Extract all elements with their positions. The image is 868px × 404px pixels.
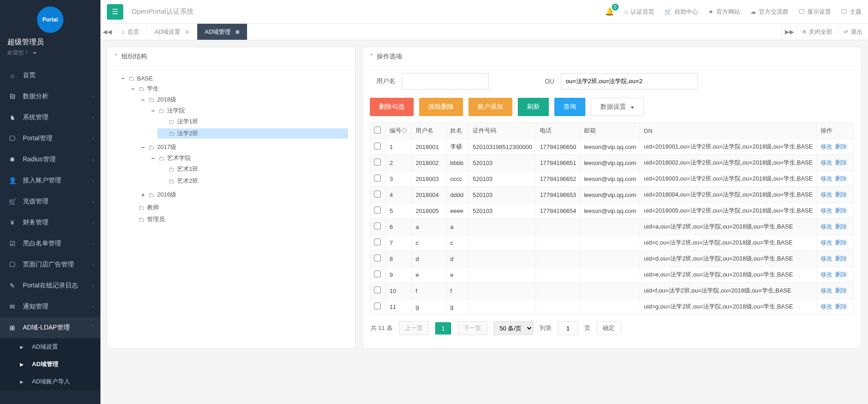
edit-link[interactable]: 修改: [821, 159, 832, 166]
tabs-scroll-left[interactable]: ◀◀: [100, 24, 114, 40]
top-link-1[interactable]: 🛒自助中心: [664, 8, 698, 16]
sidebar-item-12[interactable]: ⊞AD域-LDAP管理˅: [0, 317, 100, 338]
page-size-select[interactable]: 50 条/页: [494, 321, 533, 335]
add-account-button[interactable]: 账户添加: [468, 98, 512, 116]
edit-link[interactable]: 修改: [821, 223, 832, 230]
row-checkbox[interactable]: [374, 191, 381, 197]
top-link-3[interactable]: ☁官方交流群: [750, 8, 789, 16]
tree-node-admin[interactable]: 🗀管理员: [127, 214, 348, 224]
org-tree-header[interactable]: ˅组织结构: [107, 47, 355, 67]
tabs-scroll-right[interactable]: ▶▶: [782, 24, 796, 40]
welcome-dropdown[interactable]: 欢迎您！: [7, 49, 93, 57]
tree-node-law[interactable]: −🗀法学院: [147, 106, 348, 116]
goto-input[interactable]: [558, 321, 578, 335]
tree-node-law2[interactable]: 🗀法学2班: [158, 128, 348, 138]
pager-page[interactable]: 1: [435, 322, 451, 335]
username-input[interactable]: [402, 73, 489, 90]
sidebar-item-3[interactable]: 🖵Portal管理‹: [0, 128, 100, 149]
row-checkbox[interactable]: [374, 223, 381, 229]
ou-input[interactable]: [561, 73, 698, 90]
row-checkbox[interactable]: [374, 207, 381, 213]
sidebar-subitem-12-1[interactable]: ▸AD域管理: [0, 356, 100, 373]
tree-node-student[interactable]: −🗀学生: [127, 84, 348, 94]
delete-link[interactable]: 删除: [835, 159, 847, 166]
edit-link[interactable]: 修改: [821, 207, 832, 214]
row-checkbox[interactable]: [374, 175, 381, 181]
delete-link[interactable]: 删除: [835, 303, 847, 310]
top-link-0[interactable]: ⌂认证首页: [624, 8, 654, 16]
select-all-checkbox[interactable]: [374, 127, 381, 133]
tab-2[interactable]: AD域管理⊗: [197, 24, 247, 40]
tree-node-base[interactable]: −🗀BASE: [117, 74, 348, 83]
delete-link[interactable]: 删除: [835, 175, 847, 182]
goto-confirm[interactable]: 确定: [597, 321, 621, 335]
operations-header[interactable]: ˅操作选项: [363, 47, 861, 67]
row-checkbox[interactable]: [374, 271, 381, 277]
tab-1[interactable]: AD域设置⊗: [147, 24, 197, 40]
sidebar-subitem-12-0[interactable]: ▸AD域设置: [0, 338, 100, 356]
tree-node-2018[interactable]: −🗀2018级: [137, 95, 348, 105]
delete-link[interactable]: 删除: [835, 143, 847, 150]
row-checkbox[interactable]: [374, 303, 381, 309]
tree-node-2017[interactable]: −🗀2017级: [137, 142, 348, 152]
pager-prev[interactable]: 上一页: [399, 321, 429, 335]
edit-link[interactable]: 修改: [821, 175, 832, 182]
pager-next[interactable]: 下一页: [458, 321, 487, 335]
edit-link[interactable]: 修改: [821, 255, 832, 262]
row-checkbox[interactable]: [374, 239, 381, 245]
edit-link[interactable]: 修改: [821, 303, 832, 310]
close-icon[interactable]: ⊗: [185, 29, 189, 35]
delete-link[interactable]: 删除: [835, 255, 847, 262]
delete-link[interactable]: 删除: [835, 191, 847, 198]
top-link-2[interactable]: ★官方网站: [708, 8, 740, 16]
edit-link[interactable]: 修改: [821, 239, 832, 246]
sidebar-item-6[interactable]: 🛒充值管理‹: [0, 191, 100, 212]
delete-by-group-button[interactable]: 按组删除: [419, 98, 463, 116]
sidebar-subitem-12-2[interactable]: ▸AD域账户导入: [0, 373, 100, 390]
sidebar-item-11[interactable]: ✉通知管理‹: [0, 296, 100, 317]
sidebar-item-0[interactable]: ⌂首页: [0, 65, 100, 86]
operations-panel: ˅操作选项 用户名 OU 删除勾选 按组删除 账户添加 刷新 查询 数据设置: [362, 47, 862, 348]
query-button[interactable]: 查询: [554, 98, 585, 116]
sidebar-item-2[interactable]: ♞系统管理‹: [0, 107, 100, 128]
tab-0[interactable]: ⌂首页: [114, 24, 147, 40]
edit-link[interactable]: 修改: [821, 271, 832, 278]
delete-selected-button[interactable]: 删除勾选: [370, 98, 414, 116]
delete-link[interactable]: 删除: [835, 287, 847, 294]
logout-button[interactable]: ↵退出: [838, 24, 868, 40]
tree-node-art[interactable]: −🗀艺术学院: [147, 153, 348, 163]
row-checkbox[interactable]: [374, 143, 381, 149]
edit-link[interactable]: 修改: [821, 287, 832, 294]
delete-link[interactable]: 删除: [835, 239, 847, 246]
tree-node-art1[interactable]: 🗀艺术1班: [158, 164, 348, 174]
delete-link[interactable]: 删除: [835, 271, 847, 278]
tree-node-teacher[interactable]: 🗀教师: [127, 202, 348, 213]
edit-link[interactable]: 修改: [821, 143, 832, 150]
row-checkbox[interactable]: [374, 287, 381, 293]
top-link-4[interactable]: 🖵显示设置: [799, 8, 831, 16]
menu-toggle-button[interactable]: ☰: [107, 4, 123, 20]
refresh-button[interactable]: 刷新: [518, 98, 549, 116]
tree-node-2016[interactable]: +🗀2016级: [137, 190, 348, 200]
sidebar-item-9[interactable]: 🖵页面门店广告管理‹: [0, 254, 100, 275]
tree-node-law1[interactable]: 🗀法学1班: [158, 117, 348, 127]
col-index[interactable]: 编号◇: [386, 123, 412, 139]
cell-phone: 17784196651: [536, 155, 580, 171]
edit-link[interactable]: 修改: [821, 191, 832, 198]
close-all-tabs[interactable]: ✕关闭全部: [796, 24, 838, 40]
close-icon[interactable]: ⊗: [235, 29, 240, 35]
tree-node-art2[interactable]: 🗀艺术2班: [158, 176, 348, 186]
delete-link[interactable]: 删除: [835, 223, 847, 230]
sidebar-item-1[interactable]: ₪数据分析‹: [0, 86, 100, 107]
delete-link[interactable]: 删除: [835, 207, 847, 214]
sidebar-item-10[interactable]: ✎Portal在线记录日志‹: [0, 275, 100, 296]
top-link-5[interactable]: 🖵主题: [841, 8, 862, 16]
sidebar-item-5[interactable]: 👤接入账户管理‹: [0, 170, 100, 191]
row-checkbox[interactable]: [374, 255, 381, 261]
data-settings-button[interactable]: 数据设置: [591, 98, 644, 116]
sidebar-item-7[interactable]: ¥财务管理‹: [0, 212, 100, 233]
row-checkbox[interactable]: [374, 159, 381, 165]
sidebar-item-4[interactable]: ✱Radius管理‹: [0, 149, 100, 170]
sidebar-item-8[interactable]: ☑黑白名单管理‹: [0, 233, 100, 254]
notifications-button[interactable]: 🔔0: [605, 7, 614, 16]
